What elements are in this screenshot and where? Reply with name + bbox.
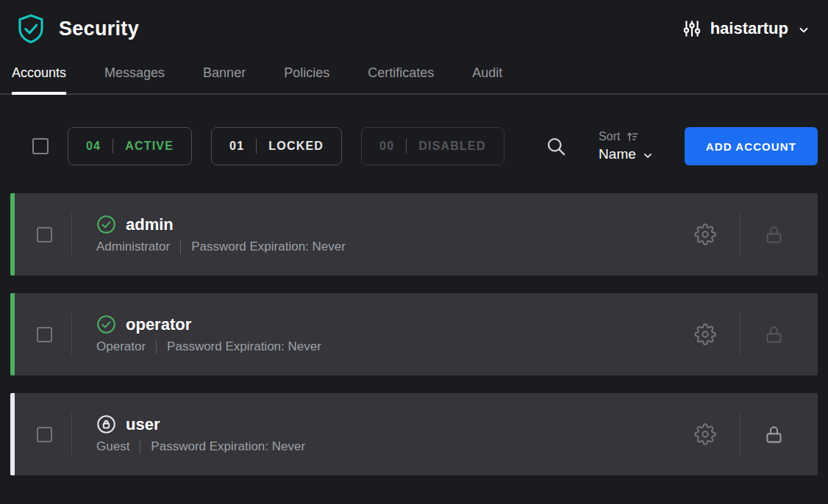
row-checkbox[interactable] bbox=[37, 227, 52, 242]
gear-icon[interactable] bbox=[694, 223, 716, 245]
password-expiration: Password Expiration: Never bbox=[167, 339, 321, 354]
sort-label: Sort bbox=[599, 130, 620, 143]
search-icon[interactable] bbox=[546, 136, 566, 156]
divider bbox=[180, 240, 181, 254]
divider bbox=[71, 313, 72, 356]
status-stripe bbox=[10, 293, 15, 375]
divider bbox=[71, 213, 72, 256]
sort-dropdown[interactable]: Sort Name bbox=[599, 130, 654, 162]
tab-audit[interactable]: Audit bbox=[472, 58, 502, 93]
filter-locked-label: LOCKED bbox=[268, 140, 324, 153]
account-role: Operator bbox=[96, 339, 146, 354]
app-header: Security haistartup bbox=[0, 0, 828, 49]
divider bbox=[740, 313, 740, 356]
row-actions bbox=[694, 213, 784, 256]
filter-disabled-label: DISABLED bbox=[418, 140, 485, 153]
filter-active-count: 04 bbox=[86, 140, 101, 153]
divider bbox=[140, 439, 140, 454]
status-stripe bbox=[10, 193, 15, 276]
check-circle-icon bbox=[96, 314, 116, 334]
status-stripe bbox=[10, 393, 15, 475]
check-circle-icon bbox=[96, 215, 116, 234]
select-all-checkbox[interactable] bbox=[32, 138, 49, 154]
chevron-down-icon bbox=[797, 24, 810, 37]
lock-icon[interactable] bbox=[764, 325, 784, 345]
lock-icon[interactable] bbox=[764, 425, 784, 444]
row-actions bbox=[694, 313, 784, 356]
accounts-toolbar: 04 ACTIVE 01 LOCKED 00 DISABLED Sort bbox=[0, 95, 828, 165]
array-name: haistartup bbox=[710, 19, 788, 38]
sort-icon bbox=[626, 130, 639, 143]
account-row-operator: operator Operator Password Expiration: N… bbox=[10, 293, 818, 375]
account-name: admin bbox=[126, 215, 174, 234]
tab-policies[interactable]: Policies bbox=[284, 58, 329, 93]
account-row-user: user Guest Password Expiration: Never bbox=[10, 393, 818, 475]
divider bbox=[113, 139, 113, 154]
tab-bar: Accounts Messages Banner Policies Certif… bbox=[0, 58, 828, 95]
sliders-icon bbox=[682, 19, 702, 38]
shield-check-icon bbox=[15, 12, 47, 45]
account-list: admin Administrator Password Expiration:… bbox=[0, 165, 828, 475]
row-actions bbox=[694, 413, 784, 456]
gear-icon[interactable] bbox=[694, 323, 716, 345]
tab-accounts[interactable]: Accounts bbox=[12, 58, 66, 93]
filter-disabled[interactable]: 00 DISABLED bbox=[361, 127, 504, 165]
divider bbox=[740, 213, 740, 256]
lock-circle-icon bbox=[96, 414, 116, 434]
array-selector[interactable]: haistartup bbox=[682, 19, 810, 38]
divider bbox=[156, 339, 157, 354]
filter-active[interactable]: 04 ACTIVE bbox=[68, 127, 192, 165]
page-title: Security bbox=[59, 18, 139, 40]
chevron-down-icon bbox=[642, 150, 654, 162]
divider bbox=[406, 139, 407, 154]
account-role: Administrator bbox=[96, 240, 170, 254]
account-info: user Guest Password Expiration: Never bbox=[96, 414, 305, 454]
row-checkbox[interactable] bbox=[37, 427, 52, 442]
account-role: Guest bbox=[96, 439, 129, 454]
divider bbox=[740, 413, 740, 456]
password-expiration: Password Expiration: Never bbox=[191, 240, 346, 254]
account-row-admin: admin Administrator Password Expiration:… bbox=[10, 193, 818, 276]
account-name: user bbox=[126, 415, 160, 434]
add-account-button[interactable]: ADD ACCOUNT bbox=[685, 127, 818, 165]
filter-locked-count: 01 bbox=[229, 140, 244, 153]
sort-value: Name bbox=[599, 146, 636, 162]
password-expiration: Password Expiration: Never bbox=[151, 439, 305, 454]
tab-messages[interactable]: Messages bbox=[104, 58, 165, 93]
account-info: admin Administrator Password Expiration:… bbox=[96, 215, 346, 254]
divider bbox=[256, 139, 257, 154]
tab-banner[interactable]: Banner bbox=[203, 58, 246, 93]
row-checkbox[interactable] bbox=[37, 327, 52, 342]
filter-active-label: ACTIVE bbox=[125, 140, 174, 153]
filter-disabled-count: 00 bbox=[379, 140, 394, 153]
divider bbox=[71, 413, 72, 456]
lock-icon[interactable] bbox=[764, 225, 784, 245]
tab-certificates[interactable]: Certificates bbox=[368, 58, 434, 93]
account-info: operator Operator Password Expiration: N… bbox=[96, 314, 321, 354]
account-name: operator bbox=[126, 315, 191, 334]
gear-icon[interactable] bbox=[694, 423, 716, 445]
filter-locked[interactable]: 01 LOCKED bbox=[211, 127, 342, 165]
